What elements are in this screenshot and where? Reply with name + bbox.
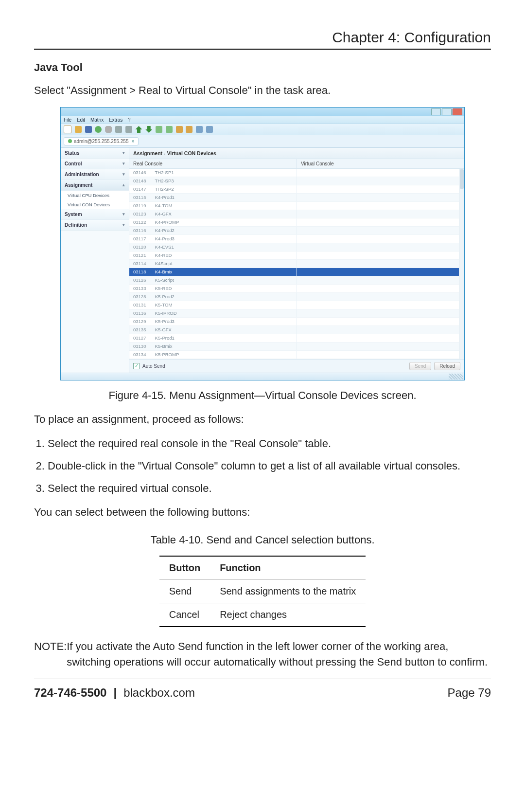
scrollbar[interactable] bbox=[459, 169, 464, 359]
resize-grip-icon[interactable] bbox=[449, 374, 463, 379]
scroll-thumb[interactable] bbox=[460, 169, 464, 189]
table-row[interactable]: 03129 K5-Prod3 bbox=[129, 318, 464, 326]
sidebar-item-control[interactable]: Control ▾ bbox=[61, 159, 129, 169]
table-row[interactable]: 03130 K5-Bmix bbox=[129, 343, 464, 351]
table-row[interactable]: 03115 K4-Prod1 bbox=[129, 194, 464, 202]
sidebar-item-definition[interactable]: Definition ▾ bbox=[61, 220, 129, 231]
cell-virtual-console[interactable] bbox=[297, 351, 464, 359]
sidebar-item-administration[interactable]: Administration ▾ bbox=[61, 169, 129, 180]
table-row[interactable]: 03122 K4-PROMP bbox=[129, 218, 464, 227]
cell-virtual-console[interactable] bbox=[297, 252, 464, 259]
sidebar-sub-virtual-con[interactable]: Virtual CON Devices bbox=[61, 200, 129, 209]
action1-icon[interactable] bbox=[156, 126, 162, 133]
table-body: 03146 TH2-SP103148 TH2-SP303147 TH2-SP20… bbox=[129, 169, 464, 359]
table-row[interactable]: 03118 K4-Bmix bbox=[129, 268, 464, 276]
cell-real-console: 03148 TH2-SP3 bbox=[129, 177, 297, 185]
table-row[interactable]: 03148 TH2-SP3 bbox=[129, 177, 464, 185]
cell-real-console: 03131 K5-TOM bbox=[129, 301, 297, 309]
cell-virtual-console[interactable] bbox=[297, 343, 464, 350]
menubar: File Edit Matrix Extras ? bbox=[61, 116, 464, 124]
cell-virtual-console[interactable] bbox=[297, 318, 464, 325]
table-row[interactable]: 03135 K5-GFX bbox=[129, 326, 464, 334]
table-row[interactable]: 03127 K5-Prod1 bbox=[129, 334, 464, 343]
menu-extras[interactable]: Extras bbox=[109, 117, 122, 123]
cell-virtual-console[interactable] bbox=[297, 260, 464, 268]
menu-matrix[interactable]: Matrix bbox=[90, 117, 104, 123]
doc2-icon[interactable] bbox=[186, 126, 192, 133]
table-row[interactable]: 03126 K5-Script bbox=[129, 276, 464, 285]
menu-file[interactable]: File bbox=[64, 117, 71, 123]
copy-icon[interactable] bbox=[115, 126, 122, 133]
table-row[interactable]: 03147 TH2-SP2 bbox=[129, 185, 464, 194]
tool1-icon[interactable] bbox=[196, 126, 203, 133]
intro-text: Select "Assignment > Real to Virtual Con… bbox=[34, 83, 491, 98]
action2-icon[interactable] bbox=[166, 126, 173, 133]
table-row[interactable]: 03128 K5-Prod2 bbox=[129, 293, 464, 301]
table-row[interactable]: 03133 K5-RED bbox=[129, 285, 464, 293]
open-folder-icon[interactable] bbox=[75, 126, 82, 133]
cell-virtual-console[interactable] bbox=[297, 301, 464, 309]
cell-virtual-console[interactable] bbox=[297, 334, 464, 342]
doc1-icon[interactable] bbox=[176, 126, 183, 133]
download-icon[interactable] bbox=[145, 126, 152, 133]
cell-virtual-console[interactable] bbox=[297, 293, 464, 301]
cell-virtual-console[interactable] bbox=[297, 285, 464, 292]
cell-virtual-console[interactable] bbox=[297, 243, 464, 251]
cell-virtual-console[interactable] bbox=[297, 194, 464, 201]
cell-virtual-console[interactable] bbox=[297, 185, 464, 193]
column-virtual-console[interactable]: Virtual Console bbox=[297, 159, 464, 168]
paste-icon[interactable] bbox=[125, 126, 132, 133]
cell-virtual-console[interactable] bbox=[297, 227, 464, 235]
table-row[interactable]: 03121 K4-RED bbox=[129, 252, 464, 260]
auto-send-checkbox[interactable]: ✓ bbox=[133, 363, 140, 369]
sidebar-sub-virtual-cpu[interactable]: Virtual CPU Devices bbox=[61, 191, 129, 200]
table-row[interactable]: 03136 K5-IPROD bbox=[129, 309, 464, 318]
table-row[interactable]: 03119 K4-TOM bbox=[129, 202, 464, 210]
upload-icon[interactable] bbox=[135, 126, 142, 133]
procedure-intro: To place an assignment, proceed as follo… bbox=[34, 412, 491, 427]
menu-edit[interactable]: Edit bbox=[77, 117, 85, 123]
cell-virtual-console[interactable] bbox=[297, 276, 464, 284]
cell-virtual-console[interactable] bbox=[297, 235, 464, 243]
chevron-down-icon: ▾ bbox=[122, 222, 125, 227]
window-titlebar bbox=[61, 108, 464, 116]
minimize-button[interactable] bbox=[431, 108, 441, 115]
table-row[interactable]: 03120 K4-EVS1 bbox=[129, 243, 464, 252]
tool2-icon[interactable] bbox=[206, 126, 213, 133]
table-row[interactable]: 03114 K4Script bbox=[129, 260, 464, 268]
cut-icon[interactable] bbox=[105, 126, 112, 133]
column-real-console[interactable]: Real Console bbox=[129, 159, 297, 168]
cell-real-console: 03126 K5-Script bbox=[129, 276, 297, 284]
close-button[interactable] bbox=[453, 108, 462, 115]
maximize-button[interactable] bbox=[442, 108, 452, 115]
table-row[interactable]: 03123 K4-GFX bbox=[129, 210, 464, 218]
new-file-icon[interactable] bbox=[64, 126, 71, 133]
cell-virtual-console[interactable] bbox=[297, 218, 464, 226]
table-row[interactable]: 03131 K5-TOM bbox=[129, 301, 464, 309]
save-icon[interactable] bbox=[85, 126, 92, 133]
sidebar-item-system[interactable]: System ▾ bbox=[61, 209, 129, 220]
menu-help[interactable]: ? bbox=[128, 117, 131, 123]
cell-real-console: 03135 K5-GFX bbox=[129, 326, 297, 334]
close-tab-icon[interactable]: × bbox=[131, 139, 134, 144]
cell-virtual-console[interactable] bbox=[297, 169, 464, 177]
reload-button[interactable]: Reload bbox=[434, 362, 460, 370]
cell-virtual-console[interactable] bbox=[297, 268, 464, 276]
cell-virtual-console[interactable] bbox=[297, 326, 464, 334]
sidebar-item-assignment[interactable]: Assignment ▴ bbox=[61, 180, 129, 191]
cell-real-console: 03147 TH2-SP2 bbox=[129, 185, 297, 193]
cell-virtual-console[interactable] bbox=[297, 202, 464, 210]
table-row[interactable]: 03146 TH2-SP1 bbox=[129, 169, 464, 177]
cell-virtual-console[interactable] bbox=[297, 309, 464, 317]
cell-virtual-console[interactable] bbox=[297, 177, 464, 185]
sidebar-item-status[interactable]: Status ▾ bbox=[61, 148, 129, 159]
refresh-icon[interactable] bbox=[95, 126, 102, 133]
connection-tabbar: admin@255.255.255.255 × bbox=[61, 135, 464, 147]
table-row[interactable]: 03134 K5-PROMP bbox=[129, 351, 464, 359]
cell-virtual-console[interactable] bbox=[297, 210, 464, 218]
table-row[interactable]: 03117 K4-Prod3 bbox=[129, 235, 464, 243]
send-button[interactable]: Send bbox=[409, 362, 431, 370]
connection-tab[interactable]: admin@255.255.255.255 × bbox=[64, 137, 139, 145]
column-headers: Real Console Virtual Console bbox=[129, 159, 464, 169]
table-row[interactable]: 03116 K4-Prod2 bbox=[129, 227, 464, 235]
